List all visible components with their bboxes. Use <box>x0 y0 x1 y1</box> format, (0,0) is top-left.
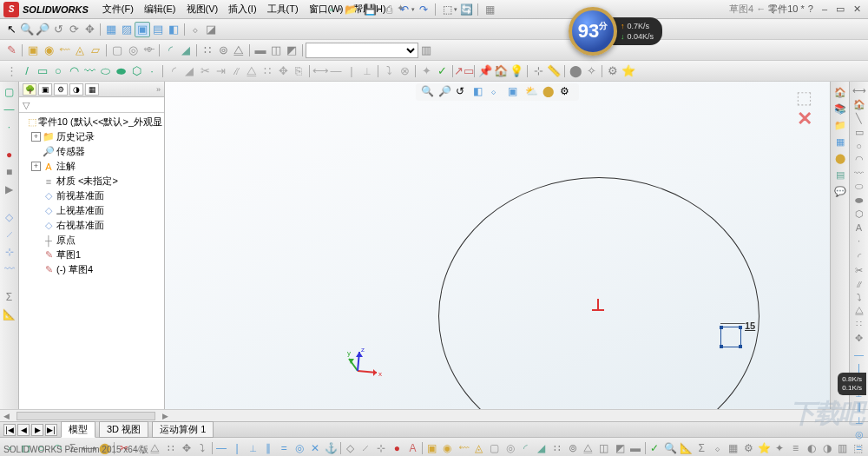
fm-tab-tree[interactable]: 🌳 <box>23 83 36 96</box>
rib-icon[interactable]: ▬ <box>253 43 268 58</box>
cut-extrude-icon[interactable]: ▢ <box>109 43 125 58</box>
tree-node[interactable]: ◇右视基准面 <box>19 218 164 233</box>
sv-equal-icon[interactable]: = <box>852 443 866 453</box>
perspective-icon[interactable]: ◪ <box>203 22 219 37</box>
tree-node[interactable]: ◇前视基准面 <box>19 188 164 203</box>
save-icon[interactable]: 💾 <box>363 3 377 17</box>
hud-orient-icon[interactable]: ⬦ <box>490 85 504 99</box>
hud-appearance-icon[interactable]: ⬤ <box>542 85 556 99</box>
bs-32[interactable]: ◎ <box>503 441 516 455</box>
bs-49[interactable]: ✦ <box>773 441 786 455</box>
sv-slot-icon[interactable]: ⬬ <box>852 195 866 206</box>
tb-trim-icon[interactable]: ✂ <box>197 63 213 79</box>
tb-light-icon[interactable]: 💡 <box>509 63 524 79</box>
cursor-icon[interactable]: ↖ <box>3 22 19 37</box>
bs-36[interactable]: ⊚ <box>566 441 579 455</box>
rebuild-icon[interactable]: 🔄 <box>459 3 473 17</box>
tb-fillet-icon[interactable]: ◜ <box>166 63 181 79</box>
sv-ellipse-icon[interactable]: ⬭ <box>852 181 866 192</box>
graphics-viewport[interactable]: 🔍 🔎 ↺ ◧ ⬦ ▣ ⛅ ⬤ ⚙ ⬚ ✕ 15 x y <box>165 82 830 409</box>
tree-node[interactable]: ◇上视基准面 <box>19 203 164 218</box>
select-icon[interactable]: ⬚ <box>440 3 454 17</box>
sv-spline-icon[interactable]: 〰 <box>852 168 866 178</box>
bs-46[interactable]: ▦ <box>727 441 740 455</box>
bs-44[interactable]: Σ <box>695 441 708 455</box>
redo-icon[interactable]: ↷ <box>417 3 431 17</box>
bs-34[interactable]: ◢ <box>535 441 548 455</box>
tree-node[interactable]: +A注解 <box>19 159 164 174</box>
chamfer-icon[interactable]: ◢ <box>178 43 194 58</box>
tb-copy-icon[interactable]: ⎘ <box>291 63 306 79</box>
tb-chamfer-icon[interactable]: ◢ <box>181 63 197 79</box>
bs-16[interactable]: ⟂ <box>247 441 260 455</box>
tab-first-icon[interactable]: |◀ <box>3 424 16 436</box>
prev-view-icon[interactable]: ↺ <box>50 22 66 37</box>
sweep-icon[interactable]: ⬳ <box>56 43 72 58</box>
tp-appearances-icon[interactable]: ⬤ <box>833 151 847 165</box>
sv-parallel-icon[interactable]: ∥ <box>852 401 866 413</box>
minimize-icon[interactable]: – <box>819 3 831 15</box>
bs-15[interactable]: | <box>230 441 243 455</box>
bs-23[interactable]: ⟋ <box>359 441 372 455</box>
bs-20[interactable]: ✕ <box>309 441 322 455</box>
grip-icon[interactable]: ⋮ <box>3 63 19 79</box>
bs-40[interactable]: ▬ <box>629 441 642 455</box>
tb-extend-icon[interactable]: ⇥ <box>213 63 228 79</box>
tb-rect-icon[interactable]: ▭ <box>35 63 50 79</box>
sketch-ellipse[interactable] <box>438 177 760 409</box>
macro-record-icon[interactable]: ● <box>3 148 16 162</box>
display-hlr-icon[interactable]: ▨ <box>119 22 135 37</box>
bs-45[interactable]: ⬦ <box>711 441 724 455</box>
bs-17[interactable]: ∥ <box>262 441 275 455</box>
zoom-area-icon[interactable]: 🔎 <box>35 22 50 37</box>
close-icon[interactable]: ✕ <box>850 3 865 15</box>
tp-view-palette-icon[interactable]: ▦ <box>833 135 847 149</box>
sv-horiz-rel-icon[interactable]: — <box>852 349 866 360</box>
plane-icon[interactable]: ◇ <box>3 210 16 224</box>
tab-model[interactable]: 模型 <box>61 421 95 438</box>
sketch-icon[interactable]: ✎ <box>3 43 19 58</box>
sv-convert-icon[interactable]: ⤵ <box>852 292 866 302</box>
menu-tools[interactable]: 工具(T) <box>262 3 304 16</box>
tb-measure-icon[interactable]: 📏 <box>546 63 562 79</box>
tb-convert-icon[interactable]: ⤵ <box>381 63 397 79</box>
new-icon[interactable]: ▫ <box>325 3 339 17</box>
sv-tangent-icon[interactable]: ⊥ <box>852 415 866 426</box>
tb-offset-icon[interactable]: ⫽ <box>228 63 244 79</box>
menu-file[interactable]: 文件(F) <box>97 3 139 16</box>
sv-arc-icon[interactable]: ◠ <box>852 154 866 165</box>
bs-52[interactable]: ◑ <box>820 441 833 455</box>
extrude-icon[interactable]: ▣ <box>25 43 41 58</box>
tb-exit-sketch-icon[interactable]: ↗▭ <box>456 63 471 79</box>
tb-home-icon[interactable]: 🏠 <box>493 63 509 79</box>
hud-display-icon[interactable]: ▣ <box>508 85 522 99</box>
tree-node[interactable]: ✎(-) 草图4 <box>19 262 164 277</box>
sv-dim-icon[interactable]: ⟷ <box>852 85 866 96</box>
options-icon[interactable]: ▦ <box>483 3 496 17</box>
draft-icon[interactable]: ◩ <box>284 43 299 58</box>
bs-38[interactable]: ◫ <box>597 441 610 455</box>
macro-play-icon[interactable]: ▶ <box>3 182 16 196</box>
feature-filter-input[interactable] <box>19 97 164 112</box>
bs-25[interactable]: ● <box>391 441 404 455</box>
hscroll-left-icon[interactable]: ◀ <box>0 412 13 420</box>
pattern-circular-icon[interactable]: ⊚ <box>215 43 231 58</box>
confirm-cancel-icon[interactable]: ✕ <box>797 108 812 130</box>
tb-line-icon[interactable]: / <box>19 63 35 79</box>
bs-35[interactable]: ∷ <box>550 441 563 455</box>
sv-text-icon[interactable]: A <box>852 222 866 233</box>
sv-fillet-icon[interactable]: ◜ <box>852 251 866 262</box>
sketch-rectangle[interactable] <box>720 327 741 347</box>
tb-relation-icon[interactable]: ⟂ <box>359 63 375 79</box>
tb-pin-icon[interactable]: 📌 <box>477 63 493 79</box>
bs-10[interactable]: ⧋ <box>148 441 161 455</box>
bs-37[interactable]: ⧋ <box>582 441 595 455</box>
tb-point-icon[interactable]: · <box>144 63 160 79</box>
fm-tab-property[interactable]: ▣ <box>38 83 52 96</box>
fm-tab-display[interactable]: ◑ <box>69 83 83 96</box>
sv-concentric-icon[interactable]: ◎ <box>852 429 866 440</box>
mass-props-icon[interactable]: Σ <box>3 290 16 304</box>
tb-dim-icon[interactable]: ⟷ <box>312 63 328 79</box>
tb-coord-icon[interactable]: ⊹ <box>530 63 546 79</box>
layer-props-icon[interactable]: ▥ <box>418 43 434 58</box>
